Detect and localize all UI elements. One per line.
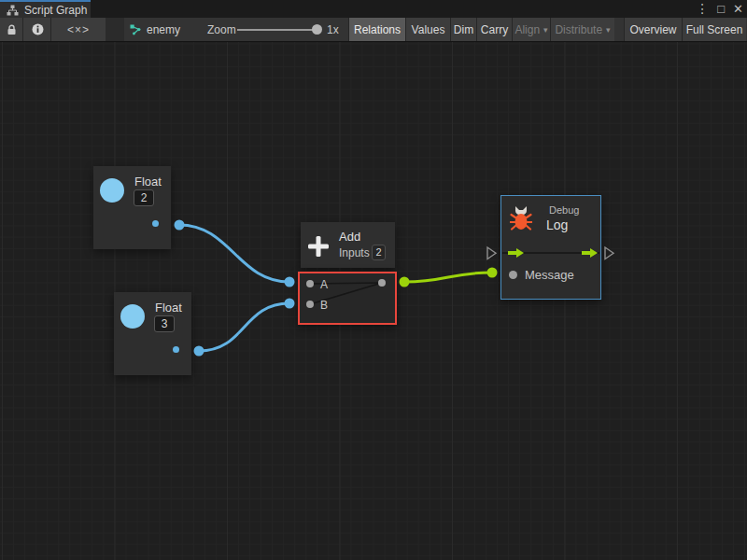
- float-type-icon: [120, 304, 145, 329]
- wire-endpoint[interactable]: [400, 277, 410, 287]
- wire-endpoint[interactable]: [175, 220, 185, 231]
- wire-float2-to-add-b[interactable]: [199, 303, 289, 351]
- tab-script-graph[interactable]: Script Graph: [0, 0, 91, 18]
- wire-add-to-debug-message[interactable]: [404, 273, 492, 282]
- lock-icon: [7, 24, 17, 35]
- zoom-label: Zoom: [207, 18, 236, 41]
- align-button[interactable]: Align ▾: [513, 18, 550, 41]
- node-title: Log: [546, 217, 568, 232]
- toolbar-divider: [106, 18, 124, 41]
- port-b-label: B: [320, 299, 328, 312]
- tab-label: Script Graph: [24, 4, 87, 17]
- input-port-a[interactable]: [306, 280, 314, 287]
- dim-button[interactable]: Dim: [451, 18, 476, 41]
- info-button[interactable]: [23, 18, 51, 41]
- node-title: Float: [134, 175, 162, 189]
- graph-tree-icon: [7, 5, 19, 16]
- output-port-sum[interactable]: [378, 279, 386, 287]
- maximize-icon[interactable]: □: [717, 0, 725, 18]
- float-output-port[interactable]: [173, 346, 179, 353]
- breadcrumb-label: enemy: [147, 23, 180, 36]
- zoom-slider-track[interactable]: [237, 29, 319, 31]
- float-node-1[interactable]: Float 2: [93, 166, 171, 249]
- relations-button[interactable]: Relations: [349, 18, 405, 41]
- fullscreen-button[interactable]: Full Screen: [683, 18, 746, 41]
- wire-endpoint[interactable]: [285, 277, 295, 287]
- float-value-field[interactable]: 2: [134, 189, 154, 206]
- wire-endpoint[interactable]: [285, 299, 295, 309]
- window-controls: ⋮ □ ✕: [696, 0, 743, 18]
- inputs-count-field[interactable]: 2: [372, 245, 386, 260]
- values-button[interactable]: Values: [406, 18, 450, 41]
- add-node-ports[interactable]: A B: [298, 272, 397, 325]
- close-icon[interactable]: ✕: [733, 0, 743, 18]
- title-bar: Script Graph ⋮ □ ✕: [0, 0, 747, 18]
- wire-endpoint[interactable]: [487, 268, 498, 278]
- align-label: Align: [514, 23, 540, 36]
- port-a-label: A: [320, 278, 328, 291]
- plus-icon: [307, 235, 330, 258]
- graph-icon: [130, 24, 142, 35]
- carry-button[interactable]: Carry: [477, 18, 512, 41]
- float-node-2[interactable]: Float 3: [114, 292, 191, 375]
- wire-float1-to-add-a[interactable]: [179, 225, 289, 282]
- lock-button[interactable]: [0, 18, 23, 41]
- flow-input-port[interactable]: [508, 248, 524, 258]
- float-type-icon: [100, 178, 124, 203]
- float-output-port[interactable]: [152, 220, 159, 227]
- node-title: Float: [155, 301, 182, 315]
- code-view-button[interactable]: <×>: [51, 18, 106, 41]
- chevron-down-icon: ▾: [543, 25, 548, 35]
- wire-endpoint[interactable]: [194, 346, 204, 357]
- node-category: Debug: [549, 204, 579, 216]
- chevron-down-icon: ▾: [606, 25, 611, 35]
- overview-button[interactable]: Overview: [625, 18, 682, 41]
- message-port-label: Message: [525, 268, 574, 282]
- info-icon: [32, 23, 44, 35]
- debug-log-node[interactable]: Debug Log Message: [500, 195, 601, 300]
- node-title: Add: [339, 230, 360, 244]
- float-value-field[interactable]: 3: [154, 315, 175, 332]
- breadcrumb-graph[interactable]: enemy: [130, 18, 180, 41]
- flow-connector-triangle-right[interactable]: [605, 247, 613, 259]
- flow-output-port[interactable]: [582, 248, 598, 258]
- bug-icon: [510, 205, 532, 231]
- add-node-header[interactable]: Add Inputs 2: [301, 222, 395, 268]
- inputs-label: Inputs: [339, 246, 370, 259]
- flow-connector-triangle-left[interactable]: [487, 247, 496, 259]
- zoom-value: 1x: [327, 18, 339, 41]
- distribute-button[interactable]: Distribute ▾: [551, 18, 614, 41]
- zoom-slider-handle[interactable]: [312, 24, 322, 35]
- distribute-label: Distribute: [555, 23, 602, 36]
- toolbar: <×> enemy Zoom 1x Relations Values Dim C…: [0, 18, 747, 42]
- window-menu-icon[interactable]: ⋮: [696, 0, 709, 18]
- graph-canvas[interactable]: Float 2 Float 3 Add Inputs 2: [0, 42, 747, 560]
- script-graph-window: Script Graph ⋮ □ ✕ <×>: [0, 0, 747, 560]
- message-input-port[interactable]: [509, 271, 517, 279]
- input-port-b[interactable]: [306, 301, 314, 308]
